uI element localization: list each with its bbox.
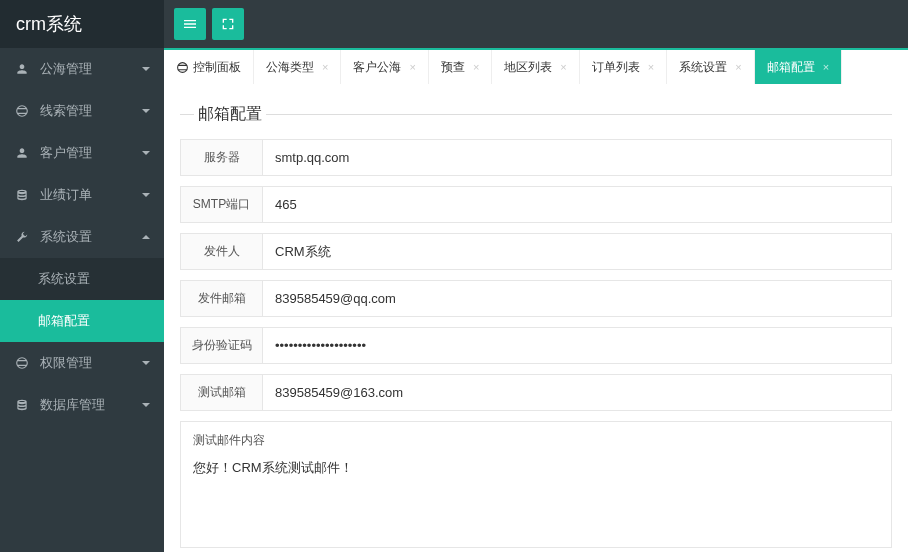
sender-input[interactable] (262, 233, 892, 270)
tab-1[interactable]: 公海类型× (254, 50, 341, 84)
db-icon (14, 187, 30, 203)
chevron-down-icon (142, 403, 150, 407)
close-icon[interactable]: × (560, 61, 566, 73)
chevron-down-icon (142, 151, 150, 155)
port-label: SMTP端口 (180, 186, 262, 223)
content-area: 邮箱配置 服务器 SMTP端口 发件人 发件邮箱 (164, 84, 908, 552)
chevron-down-icon (142, 67, 150, 71)
test-email-label: 测试邮箱 (180, 374, 262, 411)
port-input[interactable] (262, 186, 892, 223)
tab-label: 公海类型 (266, 59, 314, 76)
tab-label: 预查 (441, 59, 465, 76)
tab-7[interactable]: 邮箱配置× (755, 50, 842, 84)
form-title: 邮箱配置 (180, 104, 892, 139)
tab-label: 邮箱配置 (767, 59, 815, 76)
brand-title: crm系统 (0, 0, 164, 48)
close-icon[interactable]: × (735, 61, 741, 73)
server-input[interactable] (262, 139, 892, 176)
test-content-label: 测试邮件内容 (181, 422, 891, 455)
close-icon[interactable]: × (473, 61, 479, 73)
tab-label: 客户公海 (353, 59, 401, 76)
globe-icon (14, 355, 30, 371)
sidebar-item-label: 数据库管理 (40, 396, 142, 414)
sender-label: 发件人 (180, 233, 262, 270)
tab-5[interactable]: 订单列表× (580, 50, 667, 84)
sidebar-item-label: 客户管理 (40, 144, 142, 162)
submenu: 系统设置邮箱配置 (0, 258, 164, 342)
main: 控制面板公海类型×客户公海×预查×地区列表×订单列表×系统设置×邮箱配置× 邮箱… (164, 0, 908, 552)
close-icon[interactable]: × (322, 61, 328, 73)
sidebar-item-4[interactable]: 系统设置 (0, 216, 164, 258)
test-content-textarea[interactable] (181, 455, 891, 544)
tab-3[interactable]: 预查× (429, 50, 492, 84)
expand-icon (220, 16, 236, 32)
tab-label: 控制面板 (193, 59, 241, 76)
auth-label: 身份验证码 (180, 327, 262, 364)
sidebar-item-3[interactable]: 业绩订单 (0, 174, 164, 216)
test-content-wrap: 测试邮件内容 (180, 421, 892, 548)
tab-0[interactable]: 控制面板 (164, 50, 254, 84)
user-icon (14, 145, 30, 161)
sidebar-item-label: 系统设置 (40, 228, 142, 246)
bars-icon (182, 16, 198, 32)
sidebar-menu: 公海管理线索管理客户管理业绩订单系统设置系统设置邮箱配置权限管理数据库管理 (0, 48, 164, 552)
tab-4[interactable]: 地区列表× (492, 50, 579, 84)
tab-6[interactable]: 系统设置× (667, 50, 754, 84)
tab-label: 订单列表 (592, 59, 640, 76)
topbar (164, 0, 908, 48)
db-icon (14, 397, 30, 413)
globe-icon (176, 61, 189, 74)
sender-email-input[interactable] (262, 280, 892, 317)
sidebar-item-label: 线索管理 (40, 102, 142, 120)
sidebar-subitem-1[interactable]: 邮箱配置 (0, 300, 164, 342)
sidebar-item-label: 公海管理 (40, 60, 142, 78)
sidebar-item-label: 权限管理 (40, 354, 142, 372)
sidebar-item-2[interactable]: 客户管理 (0, 132, 164, 174)
sidebar-item-1[interactable]: 线索管理 (0, 90, 164, 132)
sidebar-item-6[interactable]: 数据库管理 (0, 384, 164, 426)
user-icon (14, 61, 30, 77)
chevron-down-icon (142, 361, 150, 365)
close-icon[interactable]: × (648, 61, 654, 73)
globe-icon (14, 103, 30, 119)
sidebar-subitem-0[interactable]: 系统设置 (0, 258, 164, 300)
form-fieldset: 邮箱配置 服务器 SMTP端口 发件人 发件邮箱 (180, 96, 892, 552)
sidebar-item-0[interactable]: 公海管理 (0, 48, 164, 90)
sidebar-item-label: 业绩订单 (40, 186, 142, 204)
tab-bar: 控制面板公海类型×客户公海×预查×地区列表×订单列表×系统设置×邮箱配置× (164, 48, 908, 84)
sender-email-label: 发件邮箱 (180, 280, 262, 317)
chevron-up-icon (142, 235, 150, 239)
test-email-input[interactable] (262, 374, 892, 411)
menu-toggle-button[interactable] (174, 8, 206, 40)
tab-label: 地区列表 (504, 59, 552, 76)
auth-input[interactable] (262, 327, 892, 364)
server-label: 服务器 (180, 139, 262, 176)
chevron-down-icon (142, 193, 150, 197)
tab-label: 系统设置 (679, 59, 727, 76)
wrench-icon (14, 229, 30, 245)
sidebar-item-5[interactable]: 权限管理 (0, 342, 164, 384)
close-icon[interactable]: × (409, 61, 415, 73)
tab-2[interactable]: 客户公海× (341, 50, 428, 84)
chevron-down-icon (142, 109, 150, 113)
fullscreen-button[interactable] (212, 8, 244, 40)
close-icon[interactable]: × (823, 61, 829, 73)
sidebar: crm系统 公海管理线索管理客户管理业绩订单系统设置系统设置邮箱配置权限管理数据… (0, 0, 164, 552)
